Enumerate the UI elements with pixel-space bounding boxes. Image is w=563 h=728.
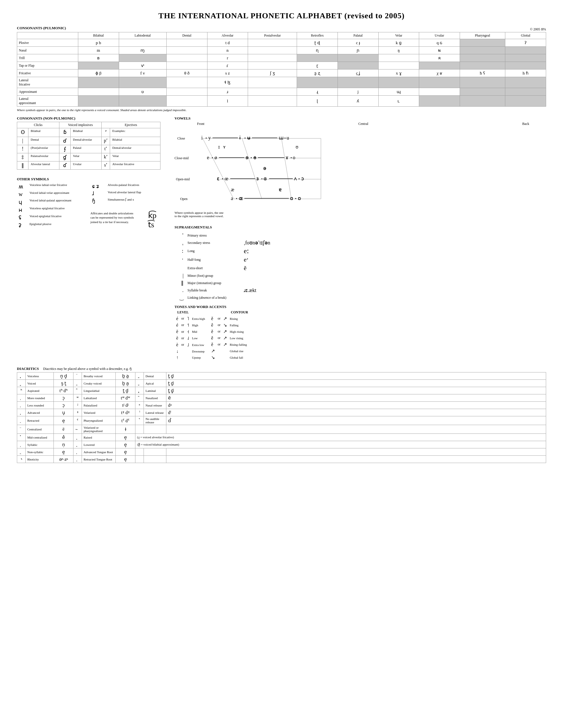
open-label: Open: [180, 197, 187, 201]
vowel-i: i: [201, 135, 203, 141]
imp-bilabial-sym: ɓ: [59, 128, 71, 137]
diac-empty5: [144, 448, 166, 456]
diac-vel-phar-marker: ̴: [73, 425, 82, 434]
diac-aspirated-ex: tʰ dʰ: [54, 387, 73, 394]
cell-approx-uvular: [419, 88, 460, 96]
row-approx: Approximant: [17, 88, 78, 96]
affricates-example: k͡p t͡s: [148, 211, 163, 229]
other-wvoiceless-desc: Voiceless labial-velar fricative: [28, 183, 85, 190]
other-alvpal-sym: ɕ ʑ: [90, 183, 106, 190]
diac-less-rounded-ex: ɔ̜: [54, 402, 73, 409]
diac-palatalized-marker: ʲ: [73, 402, 82, 409]
tone-or-c2: or: [216, 322, 221, 328]
tone-or-c3: or: [216, 329, 221, 334]
cell-tap-pharyngeal: [460, 62, 505, 69]
other-sim-sym: ɧ: [90, 197, 106, 205]
diac-raised-note: (ɹ̝ = voiced alveolar fricative): [135, 434, 546, 441]
other-hy-sym: ɥ: [17, 198, 28, 206]
diac-syllabic-marker: ̩: [17, 441, 26, 448]
tone-extrahigh-desc: Extra high: [191, 316, 206, 322]
tone-falling-sym: ê: [210, 322, 216, 328]
diac-nonsyllabic-marker: ̯: [17, 448, 26, 456]
ej-t-sym: tʼ: [102, 145, 110, 153]
tone-mid-desc: Mid: [191, 329, 206, 335]
close-label: Close: [177, 136, 185, 140]
tone-extralow-level-sym: è: [175, 342, 179, 348]
diac-dental-marker: ̪: [135, 372, 144, 380]
diac-midcentralized-marker: ̽: [17, 434, 26, 441]
diac-lowered-marker: ̞: [73, 441, 82, 448]
diac-dental-ex: t̪ d̪: [166, 372, 546, 380]
click-lateral-sym: ‖: [17, 161, 28, 170]
tone-upstep-desc: Upstep: [191, 355, 206, 360]
pulmonic-footnote: Where symbols appear in pairs, the one t…: [17, 108, 546, 112]
tone-downstep-empty: [180, 348, 190, 354]
diac-vel-phar-label: Velarized or pharyngealized: [82, 425, 116, 434]
other-epiglottal-fric-desc: Voiced epiglottal fricative: [28, 214, 85, 222]
diac-rhoticity-marker: ˞: [17, 456, 26, 463]
tone-upstep-sym: ↑: [175, 355, 179, 360]
page-title: THE INTERNATIONAL PHONETIC ALPHABET (rev…: [17, 11, 546, 20]
diac-atr-marker: ̘: [73, 448, 82, 456]
tone-lorising-arrow: ↗: [222, 335, 228, 341]
vowel-imid: ɨ: [239, 135, 241, 141]
cell-fric-palatal: ç ʝ: [338, 69, 379, 77]
diac-labialized-label: Labialized: [82, 394, 116, 402]
svg-text:•: •: [205, 136, 207, 140]
diac-lateral-release-label: Lateral release: [144, 409, 166, 416]
diac-voiced-marker: ̬: [17, 380, 26, 387]
imp-uvular-sym: ʛ: [59, 161, 71, 170]
vowel-upsilon: ʊ: [296, 145, 299, 149]
pulmonic-col-dental: Dental: [166, 32, 207, 39]
diac-nasalized-ex: ẽ: [166, 394, 546, 402]
tone-rising-sym: ě: [210, 316, 216, 322]
diac-apical-marker: ̺: [135, 380, 144, 387]
cell-approx-bilabial: [78, 88, 119, 96]
diac-linguolabial-ex: t̼ d̼: [116, 387, 135, 394]
diac-palatalized-ex: tʲ dʲ: [116, 402, 135, 409]
tone-or2: or: [180, 322, 185, 328]
diac-advanced-marker: ̟: [17, 409, 26, 416]
pulmonic-table: Bilabial Labiodental Dental Alveolar Pos…: [17, 32, 546, 107]
cell-trill-bilabial: ʙ: [78, 54, 119, 62]
vowels-back-label: Back: [522, 122, 529, 126]
cell-tap-uvular: [419, 62, 460, 69]
tone-or-c1: or: [216, 316, 221, 322]
tone-or3: or: [180, 329, 185, 335]
cell-latapprox-glottal: [505, 96, 546, 107]
supraseg-minor-desc: Minor (foot) group: [186, 272, 242, 279]
cell-plosive-alveolar: t d: [207, 39, 248, 47]
tone-hirising-arrow: ↗: [222, 329, 228, 334]
cell-nasal-labiodental: ɱ: [119, 47, 166, 54]
click-palatoalveolar-sym: ‡: [17, 153, 28, 161]
diac-breathy-label: Breathy voiced: [82, 372, 116, 380]
cell-trill-labiodental: [119, 54, 166, 62]
tone-mid-bar-sym: ˧: [186, 329, 190, 335]
tone-or-c5: or: [216, 341, 221, 347]
cell-approx-dental: [166, 88, 207, 96]
cell-tap-bilabial: [78, 62, 119, 69]
supraseg-minor-example: [242, 272, 272, 279]
cell-approx-glottal: [505, 88, 546, 96]
vowel-barred-o: ɵ: [253, 155, 256, 160]
imp-bilabial-label: Bilabial: [71, 128, 102, 137]
supraseg-syllable-desc: Syllable break: [186, 287, 242, 294]
cell-plosive-glottal: ʔ: [505, 39, 546, 47]
diacritics-section: DIACRITICS Diacritics may be placed abov…: [17, 367, 546, 463]
supraseg-primary-sym: ˈ: [174, 232, 186, 239]
diac-empty6: [166, 448, 546, 456]
other-latflap-desc: Voiced alveolar lateral flap: [106, 190, 163, 197]
diac-nasal-release-marker: ⁿ: [135, 402, 144, 409]
other-hy-desc: Voiced labial-palatal approximant: [28, 198, 85, 206]
other-h-voiceless-desc: Voiceless epiglottal fricative: [28, 206, 85, 214]
pulmonic-col-bilabial: Bilabial: [78, 32, 119, 39]
diac-lateral-release-marker: ˡ: [135, 409, 144, 416]
tone-lorising-desc: Low rising: [228, 335, 248, 341]
svg-text:•: •: [244, 136, 246, 140]
supraseg-syllable-example: ɹɪ.ækt: [242, 287, 272, 294]
cell-nasal-bilabial: m: [78, 47, 119, 54]
cell-latapprox-retroflex: ɭ: [297, 96, 338, 107]
vowel-u: u: [287, 135, 289, 141]
vowels-diagram: Close Close-mid Open-mid Open i • y ɨ • …: [174, 127, 344, 209]
cell-trill-velar: [378, 54, 419, 62]
